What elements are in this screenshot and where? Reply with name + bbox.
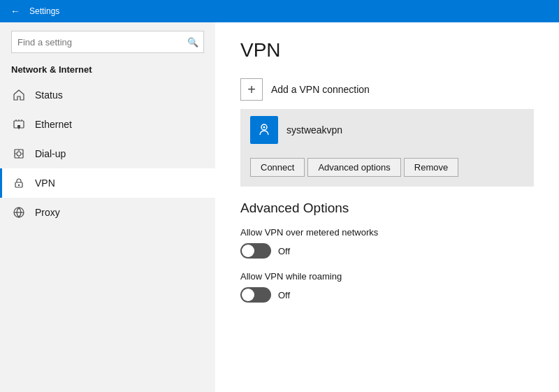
back-icon: ← [10,6,20,17]
search-container: 🔍 [11,31,204,53]
sidebar-item-dialup-label: Dial-up [35,148,66,159]
sidebar-item-vpn[interactable]: VPN [0,168,215,198]
vpn-connection-icon [256,121,272,140]
toggle-metered-switch[interactable] [240,243,271,259]
toggle-metered-status: Off [278,246,290,256]
sidebar-item-ethernet[interactable]: Ethernet [0,110,215,139]
svg-point-13 [263,126,266,128]
toggle-roaming-switch[interactable] [240,287,271,303]
vpn-icon-box [250,116,278,144]
main-content: VPN + Add a VPN connection systweakvpn C… [215,0,559,392]
add-vpn-label: Add a VPN connection [271,84,370,95]
toggle-roaming-label: Allow VPN while roaming [240,271,534,282]
toggle-roaming-row: Off [240,287,534,303]
advanced-options-title: Advanced Options [240,201,534,216]
page-title: VPN [240,39,534,61]
sidebar-item-ethernet-label: Ethernet [35,119,72,130]
toggle-roaming-status: Off [278,290,290,300]
remove-button[interactable]: Remove [404,158,458,177]
add-vpn-row[interactable]: + Add a VPN connection [240,75,534,103]
titlebar: ← Settings [0,0,559,22]
svg-point-7 [17,152,21,156]
sidebar-section-title: Network & Internet [0,60,215,80]
ethernet-icon [11,117,27,132]
search-icon: 🔍 [187,37,198,48]
toggle-metered-label: Allow VPN over metered networks [240,227,534,238]
home-icon [11,87,27,103]
toggle-roaming-section: Allow VPN while roaming Off [240,271,534,303]
svg-rect-5 [17,125,20,128]
toggle-metered-section: Allow VPN over metered networks Off [240,227,534,259]
dialup-icon [11,146,27,161]
sidebar-item-vpn-label: VPN [35,177,55,189]
advanced-options-button[interactable]: Advanced options [307,158,400,177]
sidebar: 🔍 Network & Internet Status Ethernet [0,0,215,392]
vpn-actions: Connect Advanced options Remove [240,151,534,187]
advanced-options-section: Advanced Options Allow VPN over metered … [240,201,534,303]
sidebar-item-status[interactable]: Status [0,80,215,110]
sidebar-item-status-label: Status [35,89,63,101]
vpn-nav-icon [11,175,27,191]
toggle-metered-row: Off [240,243,534,259]
titlebar-title: Settings [29,6,59,16]
vpn-connection-name: systweakvpn [286,124,342,136]
back-button[interactable]: ← [7,3,24,20]
sidebar-item-proxy[interactable]: Proxy [0,198,215,227]
sidebar-item-dialup[interactable]: Dial-up [0,139,215,168]
connect-button[interactable]: Connect [250,158,305,177]
svg-point-9 [18,184,20,186]
add-vpn-plus-icon: + [240,78,263,101]
search-input[interactable] [11,31,204,53]
vpn-connection-item[interactable]: systweakvpn [240,109,534,151]
proxy-icon [11,205,27,220]
sidebar-item-proxy-label: Proxy [35,207,60,218]
